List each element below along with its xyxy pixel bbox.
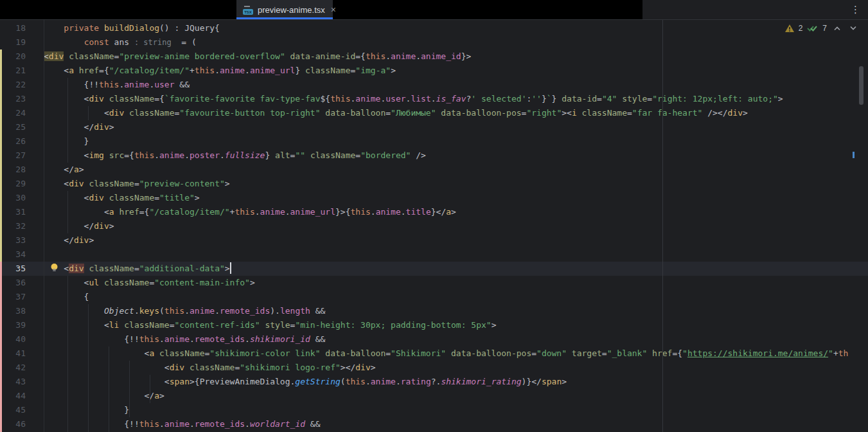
- line-number[interactable]: 21: [0, 64, 44, 78]
- line-number[interactable]: 39: [0, 318, 44, 332]
- line-number[interactable]: 41: [0, 346, 44, 361]
- line-number[interactable]: 32: [0, 219, 44, 233]
- code-text[interactable]: private buildDialog() : JQuery{: [44, 21, 868, 35]
- code-text[interactable]: <div className="title">: [44, 191, 868, 205]
- code-text[interactable]: <div className="favourite-button top-rig…: [44, 106, 868, 120]
- line-number[interactable]: 42: [0, 361, 44, 375]
- warning-icon[interactable]: [785, 24, 794, 32]
- line-number[interactable]: 18: [0, 21, 44, 35]
- code-line[interactable]: 37 {: [0, 290, 868, 304]
- code-text[interactable]: </div>: [44, 120, 868, 134]
- line-number[interactable]: 45: [0, 403, 44, 417]
- code-text[interactable]: <div className="preview-content">: [44, 177, 868, 191]
- code-line[interactable]: 22 {!!this.anime.user &&: [0, 78, 868, 92]
- line-number[interactable]: 25: [0, 120, 44, 134]
- code-text[interactable]: </div>: [44, 233, 868, 248]
- code-line[interactable]: 36 <ul className="content-main-info">: [0, 276, 868, 290]
- code-line[interactable]: 21 <a href={"/catalog/item/"+this.anime.…: [0, 64, 868, 78]
- code-line[interactable]: 35 <div className="additional-data">: [0, 262, 868, 276]
- code-line[interactable]: 29 <div className="preview-content">: [0, 177, 868, 191]
- line-number[interactable]: 43: [0, 375, 44, 389]
- code-text[interactable]: <div className="additional-data">: [44, 262, 868, 276]
- line-number[interactable]: 19: [0, 35, 44, 50]
- line-number[interactable]: 30: [0, 191, 44, 205]
- line-number[interactable]: 28: [0, 163, 44, 177]
- line-number[interactable]: 24: [0, 106, 44, 120]
- code-line[interactable]: 18 private buildDialog() : JQuery{: [0, 21, 868, 35]
- vcs-change-stripe-changed[interactable]: [0, 262, 2, 432]
- intention-bulb-icon[interactable]: [49, 263, 59, 274]
- code-text[interactable]: <div className="preview-anime bordered-o…: [44, 50, 868, 64]
- code-text[interactable]: {!!this.anime.remote_ids.shikimori_id &&: [44, 332, 868, 346]
- scrollbar-thumb[interactable]: [859, 66, 864, 105]
- code-text[interactable]: }: [44, 403, 868, 417]
- code-text[interactable]: <a href={"/catalog/item/"+this.anime.ani…: [44, 64, 868, 78]
- code-text[interactable]: const ans : string = (: [44, 35, 868, 50]
- code-line[interactable]: 33 </div>: [0, 233, 868, 248]
- tab-close-icon[interactable]: ×: [331, 5, 336, 14]
- code-text[interactable]: }: [44, 134, 868, 148]
- code-line[interactable]: 27 <img src={this.anime.poster.fullsize}…: [0, 148, 868, 163]
- code-text[interactable]: <ul className="content-main-info">: [44, 276, 868, 290]
- line-number[interactable]: 35: [0, 262, 44, 276]
- line-number[interactable]: 44: [0, 389, 44, 403]
- code-text[interactable]: {: [44, 290, 868, 304]
- line-number[interactable]: 20: [0, 50, 44, 64]
- tab-preview-anime[interactable]: TSX preview-anime.tsx ×: [236, 0, 333, 19]
- previous-problem-icon[interactable]: [831, 26, 843, 31]
- warning-count[interactable]: 2: [799, 24, 803, 33]
- line-number[interactable]: 27: [0, 148, 44, 163]
- code-text[interactable]: <div className="shikimori logo-ref"></di…: [44, 361, 868, 375]
- code-text[interactable]: <img src={this.anime.poster.fullsize} al…: [44, 148, 868, 163]
- line-number[interactable]: 33: [0, 233, 44, 248]
- code-line[interactable]: 38 Object.keys(this.anime.remote_ids).le…: [0, 304, 868, 318]
- code-text[interactable]: </div>: [44, 219, 868, 233]
- code-text[interactable]: {!!this.anime.remote_ids.worldart_id &&: [44, 417, 868, 431]
- line-number[interactable]: 26: [0, 134, 44, 148]
- line-number[interactable]: 34: [0, 248, 44, 262]
- code-line[interactable]: 43 <span>{PreviewAnimeDialog.getString(t…: [0, 375, 868, 389]
- line-number[interactable]: 31: [0, 205, 44, 219]
- code-line[interactable]: 32 </div>: [0, 219, 868, 233]
- next-problem-icon[interactable]: [847, 26, 859, 31]
- line-number[interactable]: 37: [0, 290, 44, 304]
- code-text[interactable]: </a>: [44, 389, 868, 403]
- code-text[interactable]: <li className="content-ref-ids" style="m…: [44, 318, 868, 332]
- code-text[interactable]: </a>: [44, 163, 868, 177]
- code-text[interactable]: [44, 248, 868, 262]
- line-number[interactable]: 38: [0, 304, 44, 318]
- code-line[interactable]: 40 {!!this.anime.remote_ids.shikimori_id…: [0, 332, 868, 346]
- code-line[interactable]: 41 <a className="shikimori-color link" d…: [0, 346, 868, 361]
- line-number[interactable]: 40: [0, 332, 44, 346]
- checks-icon[interactable]: [807, 24, 818, 32]
- code-line[interactable]: 28 </a>: [0, 163, 868, 177]
- analysis-stripe-mark[interactable]: [853, 152, 855, 158]
- code-text[interactable]: <span>{PreviewAnimeDialog.getString(this…: [44, 375, 868, 389]
- vcs-change-stripe-modified[interactable]: [0, 50, 2, 262]
- code-line[interactable]: 44 </a>: [0, 389, 868, 403]
- code-line[interactable]: 23 <div className={`favorite-favorite fa…: [0, 92, 868, 106]
- code-line[interactable]: 34: [0, 248, 868, 262]
- code-text[interactable]: {!!this.anime.user &&: [44, 78, 868, 92]
- code-text[interactable]: <a href={"/catalog/item/"+this.anime.ani…: [44, 205, 868, 219]
- line-number[interactable]: 36: [0, 276, 44, 290]
- code-line[interactable]: 25 </div>: [0, 120, 868, 134]
- code-line[interactable]: 45 }: [0, 403, 868, 417]
- code-line[interactable]: 26 }: [0, 134, 868, 148]
- code-text[interactable]: Object.keys(this.anime.remote_ids).lengt…: [44, 304, 868, 318]
- code-line[interactable]: 30 <div className="title">: [0, 191, 868, 205]
- code-line[interactable]: 24 <div className="favourite-button top-…: [0, 106, 868, 120]
- code-line[interactable]: 19 const ans : string = (: [0, 35, 868, 50]
- more-options-icon[interactable]: ⋮: [851, 3, 860, 16]
- line-number[interactable]: 29: [0, 177, 44, 191]
- code-line[interactable]: 42 <div className="shikimori logo-ref"><…: [0, 361, 868, 375]
- passed-count[interactable]: 7: [822, 24, 827, 33]
- code-text[interactable]: <a className="shikimori-color link" data…: [44, 346, 868, 361]
- code-line[interactable]: 31 <a href={"/catalog/item/"+this.anime.…: [0, 205, 868, 219]
- line-number[interactable]: 22: [0, 78, 44, 92]
- code-line[interactable]: 20<div className="preview-anime bordered…: [0, 50, 868, 64]
- line-number[interactable]: 23: [0, 92, 44, 106]
- line-number[interactable]: 46: [0, 417, 44, 431]
- code-text[interactable]: <div className={`favorite-favorite fav-t…: [44, 92, 868, 106]
- code-line[interactable]: 46 {!!this.anime.remote_ids.worldart_id …: [0, 417, 868, 431]
